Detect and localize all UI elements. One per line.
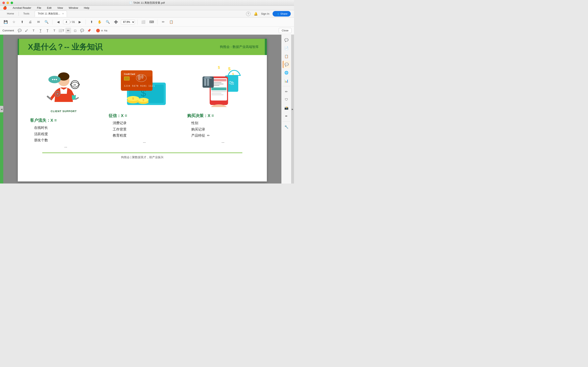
col2-item-3: 教育程度 — [113, 133, 176, 139]
tabbar: Home Tools TASK 11 离散型因… ✕ ? 🔔 Sign In 👥… — [0, 10, 294, 17]
typewriter-tool[interactable]: T — [52, 28, 57, 33]
toolbar-separator-4 — [157, 20, 157, 25]
rs-thumbnail-btn[interactable]: 📋 — [283, 53, 290, 60]
col1-dots: ... — [60, 144, 67, 149]
page-body: 24 — [18, 55, 267, 167]
zoom-select[interactable]: 87.9% — [121, 20, 135, 24]
help-button[interactable]: ? — [246, 12, 251, 16]
text-field-tool[interactable]: ⬜T — [58, 28, 64, 33]
right-sidebar: 💬 📄 📋 💬 🌐 📊 ✏ 🛡 📸 ✒ 🔧 — [281, 35, 291, 184]
save-button[interactable]: 💾 — [2, 19, 9, 25]
minimize-button[interactable] — [7, 2, 9, 4]
page-footer: 狗熊会 | 聚数据英才，助产业振兴 — [42, 152, 242, 159]
menu-acrobat[interactable]: Acrobat Reader — [11, 6, 33, 10]
svg-rect-45 — [211, 87, 226, 90]
tab-close-button[interactable]: ✕ — [62, 12, 64, 15]
rs-page-btn[interactable]: 📄 — [283, 44, 290, 52]
marquee-zoom[interactable]: ⬜ — [140, 19, 147, 25]
col2-items: 消费记录 工作背景 教育程度 — [109, 120, 176, 139]
color-picker[interactable] — [96, 29, 100, 33]
rs-tools-btn[interactable]: 🔧 — [283, 123, 290, 131]
tab-document[interactable]: TASK 11 离散型因… ✕ — [35, 11, 67, 17]
sticky-note-tool[interactable]: 💬 — [17, 28, 22, 33]
rs-translate-btn[interactable]: 🌐 — [283, 69, 290, 76]
close-comment-bar[interactable]: Close — [279, 28, 292, 33]
print-button[interactable]: 🖨 — [27, 19, 34, 25]
client-support-svg: 24 — [43, 64, 84, 107]
traffic-lights[interactable] — [2, 2, 13, 4]
svg-rect-29 — [125, 77, 129, 80]
notification-bell[interactable]: 🔔 — [254, 12, 258, 16]
share-icon: 👥 — [276, 12, 279, 15]
svg-marker-9 — [79, 84, 80, 85]
shopping-svg: $ $ $ 🛍 — [199, 64, 243, 107]
email-button[interactable]: ✉ — [35, 19, 42, 25]
touch-reading[interactable]: ⌨ — [148, 19, 155, 25]
svg-text:24: 24 — [73, 84, 76, 86]
col-credit: $ $ $ — [109, 63, 176, 149]
page-number-input[interactable] — [63, 20, 70, 24]
menu-edit[interactable]: Edit — [46, 6, 53, 10]
rs-pencil-btn[interactable]: ✏ — [283, 88, 290, 95]
pencil-tool[interactable]: ✏ — [65, 28, 71, 33]
svg-rect-54 — [205, 77, 210, 78]
maximize-button[interactable] — [11, 2, 13, 4]
col2-item-1: 消费记录 — [113, 120, 176, 126]
apple-menu[interactable]: 🍎 — [2, 6, 8, 10]
menu-help[interactable]: Help — [83, 6, 91, 10]
rs-sign-btn[interactable]: ✒ — [283, 112, 290, 120]
col1-title: CLIENT SUPPORT — [51, 110, 77, 113]
col3-item-3: 产品特征 ✏ — [191, 133, 255, 139]
menu-window[interactable]: Window — [67, 6, 79, 10]
edit-icon[interactable]: ✏ — [207, 134, 210, 137]
footer-text: 狗熊会 | 聚数据英才，助产业振兴 — [121, 156, 163, 159]
text-tool[interactable]: T — [31, 28, 36, 33]
right-collapse[interactable]: ▶ — [291, 35, 294, 184]
credit-card-svg: $ $ $ — [117, 64, 168, 107]
col3-dots: ... — [217, 140, 224, 144]
commentbar: Comment 💬 🖊 T T̲ T͎ T ⬜T ✏ ◻ 💬 📌 ≡ Aa Cl… — [0, 26, 294, 35]
col3-item-1: 性别 — [191, 120, 255, 126]
bookmark-button[interactable]: ☆ — [11, 19, 17, 25]
search-button[interactable]: 🔍 — [43, 19, 50, 25]
rs-separator-2 — [283, 121, 290, 122]
stamp-tool[interactable]: 📋 — [168, 19, 174, 25]
menu-file[interactable]: File — [36, 6, 43, 10]
tab-doc-label: TASK 11 离散型因… — [38, 12, 60, 16]
next-page-button[interactable]: ▶ — [77, 19, 83, 25]
pin-tool[interactable]: 📌 — [86, 28, 92, 33]
eraser-tool[interactable]: ◻ — [72, 28, 78, 33]
drawing-tool[interactable]: ✏ — [160, 19, 166, 25]
three-columns: 24 — [30, 63, 255, 149]
comment-group[interactable]: 💬 — [79, 28, 85, 33]
rs-photo-btn[interactable]: 📸 — [283, 104, 290, 111]
client-support-illustration: 24 — [43, 63, 84, 108]
upload-button[interactable]: ⬆ — [19, 19, 25, 25]
header-right-bar — [265, 39, 267, 55]
line-style[interactable]: ≡ — [101, 29, 103, 32]
svg-rect-48 — [211, 94, 224, 95]
callout-tool[interactable]: T͎ — [44, 28, 50, 33]
zoom-out-button[interactable]: 🔍 — [104, 19, 111, 25]
close-button[interactable] — [2, 2, 5, 4]
cursor-tool[interactable]: ⬆ — [88, 19, 95, 25]
rs-shield-btn[interactable]: 🛡 — [283, 96, 290, 103]
signin-button[interactable]: Sign In — [261, 12, 269, 15]
zoom-in-button[interactable]: ➕ — [113, 19, 119, 25]
rs-organize-btn[interactable]: 📊 — [283, 77, 290, 84]
rs-annotation-btn[interactable]: 💬 — [283, 61, 290, 68]
zoom-control[interactable]: 87.9% — [121, 20, 135, 24]
col1-items: 在线时长 活跃程度 朋友个数 — [30, 125, 97, 143]
font-settings[interactable]: Aa — [104, 29, 107, 32]
page-subtitle: 狗熊会 - 数据产业高端智库 — [220, 45, 259, 49]
text-box-tool[interactable]: T̲ — [38, 28, 43, 33]
menubar: 🍎 Acrobat Reader File Edit View Window H… — [0, 6, 294, 10]
hand-tool[interactable]: ✋ — [96, 19, 103, 25]
tab-home[interactable]: Home — [3, 10, 18, 17]
rs-comment-btn[interactable]: 💬 — [283, 36, 290, 44]
menu-view[interactable]: View — [56, 6, 64, 10]
tab-tools[interactable]: Tools — [20, 10, 33, 17]
prev-page-button[interactable]: ◀ — [55, 19, 61, 25]
highlight-tool[interactable]: 🖊 — [24, 28, 29, 33]
share-button[interactable]: 👥 Share — [273, 11, 291, 17]
